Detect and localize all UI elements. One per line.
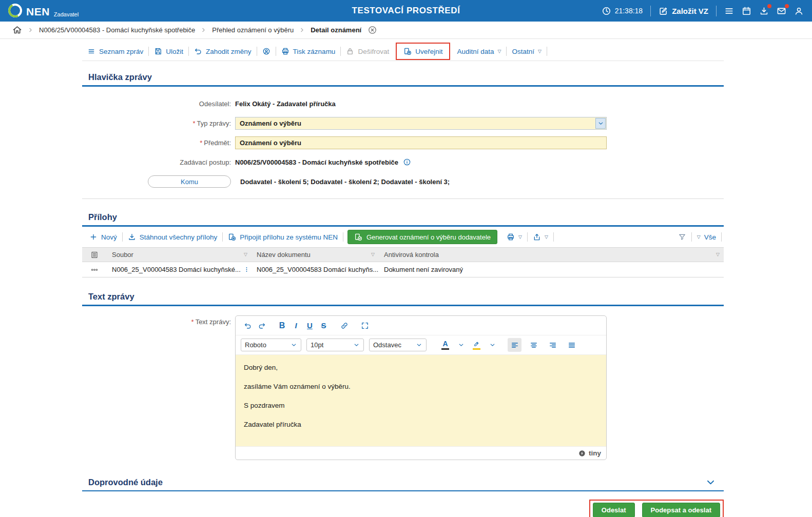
printer-icon bbox=[507, 233, 515, 241]
align-center-button[interactable] bbox=[527, 338, 540, 352]
generate-notice-button[interactable]: Generovat oznámení o výběru dodavatele bbox=[347, 230, 497, 244]
view-all-filter-button[interactable]: ▽ Vše bbox=[692, 233, 721, 241]
highlight-color-bar bbox=[473, 348, 480, 350]
editor-paragraph: S pozdravem bbox=[244, 402, 598, 409]
user-message-button[interactable] bbox=[257, 47, 276, 55]
underline-button[interactable]: U bbox=[303, 319, 317, 332]
main-menu-button[interactable] bbox=[724, 6, 734, 16]
editor-paragraph: zasíláme Vám oznámení o výběru. bbox=[244, 383, 598, 390]
block-format-select[interactable]: Odstavec bbox=[369, 339, 427, 351]
italic-button[interactable]: I bbox=[289, 319, 303, 332]
create-vz-button[interactable]: Založit VZ bbox=[659, 6, 708, 16]
export-attachment-button[interactable]: ▽ bbox=[528, 233, 553, 241]
font-family-select[interactable]: Roboto bbox=[241, 339, 301, 351]
top-bar: NEN Zadavatel TESTOVACÍ PROSTŘEDÍ 21:38:… bbox=[0, 0, 812, 22]
attach-from-nen-button[interactable]: Připojit přílohu ze systému NEN bbox=[223, 233, 343, 241]
new-attachment-button[interactable]: Nový bbox=[84, 233, 122, 241]
align-left-button[interactable] bbox=[508, 338, 521, 352]
info-icon[interactable] bbox=[403, 158, 411, 166]
user-icon bbox=[794, 6, 804, 16]
accompanying-header[interactable]: Doprovodné údaje bbox=[82, 478, 724, 487]
align-justify-button[interactable] bbox=[565, 338, 578, 352]
link-icon bbox=[340, 322, 349, 330]
breadcrumb-item-current: Detail oznámení bbox=[311, 26, 361, 34]
recipients-label-cell: Komu bbox=[82, 175, 235, 188]
header-cell-antivirus[interactable]: Antivirová kontrola ▽ bbox=[379, 248, 724, 262]
chevron-down-icon bbox=[416, 342, 422, 348]
text-color-bar bbox=[441, 348, 449, 350]
recipients-button[interactable]: Komu bbox=[148, 175, 231, 188]
user-profile-button[interactable] bbox=[794, 6, 804, 16]
audit-data-button[interactable]: Auditní data ▽ bbox=[452, 48, 506, 55]
close-detail-button[interactable] bbox=[368, 25, 377, 35]
message-type-input[interactable] bbox=[236, 120, 595, 127]
filter-button[interactable] bbox=[673, 233, 691, 241]
print-attachment-button[interactable]: ▽ bbox=[501, 233, 527, 241]
highlighter-icon bbox=[473, 341, 480, 350]
discard-changes-button[interactable]: Zahodit změny bbox=[189, 47, 257, 55]
divider bbox=[716, 6, 717, 16]
brand[interactable]: NEN Zadavatel bbox=[8, 4, 79, 18]
bold-button[interactable]: B bbox=[275, 319, 289, 332]
download-all-button[interactable]: Stáhnout všechny přílohy bbox=[123, 233, 223, 241]
expand-section-button[interactable] bbox=[706, 478, 716, 487]
column-filter-icon[interactable]: ▽ bbox=[716, 252, 720, 257]
print-record-button[interactable]: Tisk záznamu bbox=[276, 47, 341, 55]
editor-content[interactable]: Dobrý den, zasíláme Vám oznámení o výběr… bbox=[236, 355, 606, 446]
calendar-icon bbox=[742, 6, 751, 16]
save-button[interactable]: Uložit bbox=[149, 47, 188, 55]
align-right-button[interactable] bbox=[546, 338, 559, 352]
breadcrumb-item-procedure[interactable]: N006/25/V00004583 - Domácí kuchyňské spo… bbox=[39, 26, 195, 34]
sign-and-send-button[interactable]: Podepsat a odeslat bbox=[642, 503, 720, 517]
breadcrumb-item-overview[interactable]: Přehled oznámení o výběru bbox=[212, 26, 294, 34]
home-button[interactable] bbox=[12, 25, 22, 35]
publish-button[interactable]: Uveřejnit bbox=[398, 47, 448, 55]
section-accompanying-data: Doprovodné údaje bbox=[82, 478, 724, 491]
section-rule bbox=[82, 490, 724, 491]
chevron-down-icon bbox=[489, 342, 496, 348]
font-size-select[interactable]: 10pt bbox=[306, 339, 364, 351]
required-marker: * bbox=[200, 139, 202, 147]
drag-handle-icon[interactable] bbox=[243, 266, 250, 273]
other-actions-button[interactable]: Ostatní ▽ bbox=[507, 48, 546, 55]
text-color-button[interactable]: A bbox=[438, 338, 452, 352]
message-type-dropdown-button[interactable] bbox=[595, 118, 606, 129]
header-cell-soubor[interactable]: Soubor ▽ bbox=[107, 248, 252, 262]
column-filter-icon[interactable]: ▽ bbox=[244, 252, 247, 257]
calendar-button[interactable] bbox=[742, 6, 751, 16]
messages-button[interactable] bbox=[777, 6, 786, 16]
chevron-down-icon bbox=[706, 478, 716, 487]
send-button[interactable]: Odeslat bbox=[593, 503, 635, 517]
message-list-button[interactable]: Seznam zpráv bbox=[82, 47, 148, 55]
row-menu-cell[interactable] bbox=[82, 262, 107, 277]
record-toolbar: Seznam zpráv Uložit Zahodit změny Tisk z… bbox=[82, 42, 724, 61]
redo-button[interactable] bbox=[255, 319, 268, 332]
header-cell-nazev[interactable]: Název dokumentu ▽ bbox=[252, 248, 379, 262]
message-header-form: Odesílatel: Felix Okátý - Zadavatel přír… bbox=[82, 87, 724, 199]
cell-soubor[interactable]: N006_25_V00004583 Domácí kuchyňské... bbox=[107, 262, 252, 277]
text-color-icon: A bbox=[441, 340, 449, 350]
insert-link-button[interactable] bbox=[337, 319, 351, 332]
text-color-dropdown[interactable] bbox=[457, 338, 465, 352]
attachment-row[interactable]: N006_25_V00004583 Domácí kuchyňské... N0… bbox=[82, 262, 724, 277]
downloads-button[interactable] bbox=[759, 6, 769, 16]
fullscreen-button[interactable] bbox=[358, 319, 372, 332]
sender-label: Odesílatel: bbox=[82, 100, 235, 108]
header-cell-type[interactable] bbox=[82, 248, 107, 262]
section-title: Doprovodné údaje bbox=[82, 478, 163, 487]
chevron-right-icon bbox=[299, 27, 305, 33]
highlight-color-dropdown[interactable] bbox=[489, 338, 496, 352]
cell-nazev[interactable]: N006_25_V00004583 Domácí kuchyňs... bbox=[252, 262, 379, 277]
editor-toolbar-primary: B I U S bbox=[236, 316, 606, 335]
undo-button[interactable] bbox=[241, 319, 255, 332]
column-filter-icon[interactable]: ▽ bbox=[371, 252, 375, 257]
chevron-down-icon bbox=[458, 342, 465, 348]
highlight-color-button[interactable] bbox=[470, 338, 484, 352]
row-menu-dots-icon[interactable] bbox=[90, 266, 99, 274]
subject-input[interactable] bbox=[236, 139, 606, 147]
strikethrough-button[interactable]: S bbox=[317, 319, 331, 332]
align-left-icon bbox=[511, 341, 519, 349]
clock-icon bbox=[602, 6, 611, 16]
generate-document-icon bbox=[354, 233, 362, 241]
nen-logo-icon bbox=[8, 4, 22, 17]
